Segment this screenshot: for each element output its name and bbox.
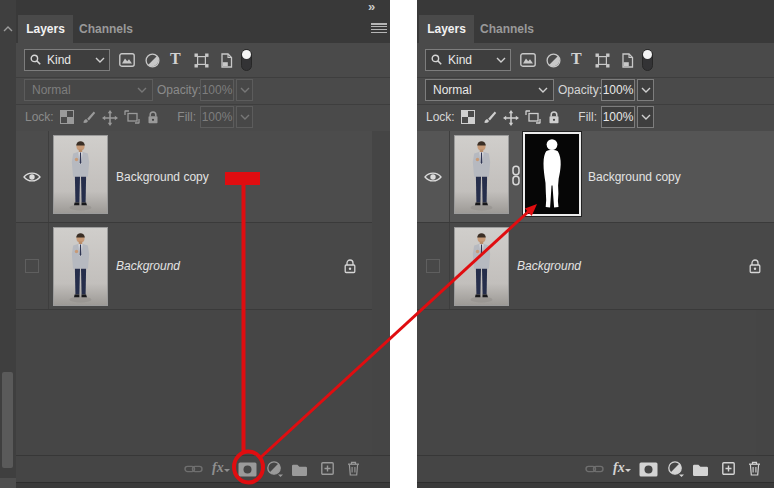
lock-image-pixels-icon[interactable]	[483, 110, 497, 124]
new-group-button[interactable]	[291, 463, 308, 476]
new-adjustment-layer-button[interactable]	[668, 461, 684, 477]
layer-thumbnail[interactable]	[53, 227, 108, 306]
toggle-ball	[643, 50, 652, 59]
new-group-button[interactable]	[692, 463, 709, 476]
opacity-value[interactable]: 100%	[200, 79, 234, 101]
lock-position-icon[interactable]	[503, 110, 519, 126]
visibility-checkbox[interactable]	[25, 259, 39, 273]
layer-thumbnail[interactable]	[454, 135, 509, 214]
filter-row: Kind T	[16, 43, 390, 78]
new-adjustment-layer-button[interactable]	[267, 461, 283, 477]
lock-row: Lock: Fill: 100%	[417, 105, 774, 132]
layer-mask-thumbnail[interactable]	[523, 132, 581, 216]
filtering-toggle[interactable]	[642, 49, 653, 71]
layer-effects-button[interactable]: fx	[613, 460, 625, 476]
add-layer-mask-button[interactable]	[238, 462, 257, 477]
layer-row-background-copy[interactable]: Background copy	[16, 131, 372, 223]
left-dock-gutter	[0, 0, 16, 488]
layers-list: Background copy Background	[417, 131, 774, 455]
panel-menu-icon[interactable]	[371, 23, 387, 35]
scrollbar-thumb[interactable]	[2, 372, 13, 468]
layers-list: Background copy Background	[16, 131, 390, 455]
layer-name[interactable]: Background copy	[588, 131, 681, 222]
filter-pixel-layers-icon[interactable]	[119, 53, 135, 67]
filter-kind-dropdown[interactable]: Kind	[425, 49, 511, 71]
opacity-value[interactable]: 100%	[601, 79, 635, 101]
new-layer-button[interactable]	[722, 462, 735, 475]
lock-artboard-icon[interactable]	[124, 110, 140, 124]
lock-all-icon[interactable]	[147, 110, 159, 125]
layer-name[interactable]: Background copy	[116, 131, 209, 222]
fill-value[interactable]: 100%	[200, 106, 234, 128]
tab-channels[interactable]: Channels	[474, 15, 540, 43]
blend-mode-dropdown[interactable]: Normal	[425, 79, 554, 101]
lock-position-icon[interactable]	[102, 110, 118, 126]
visibility-checkbox[interactable]	[426, 259, 440, 273]
filtering-toggle[interactable]	[241, 49, 252, 71]
panel-tab-bar: Layers Channels	[16, 15, 390, 44]
new-layer-button[interactable]	[321, 462, 334, 475]
delete-layer-button[interactable]	[347, 461, 360, 476]
lock-image-pixels-icon[interactable]	[82, 110, 96, 124]
layer-name[interactable]: Background	[116, 223, 180, 309]
tab-layers[interactable]: Layers	[18, 15, 73, 43]
filter-type-layers-icon[interactable]: T	[571, 50, 582, 68]
tab-layers[interactable]: Layers	[419, 15, 474, 43]
layer-thumbnail[interactable]	[53, 135, 108, 214]
filter-kind-dropdown[interactable]: Kind	[24, 49, 110, 71]
layer-row-background[interactable]: Background	[417, 223, 774, 310]
layers-toolbar: fx	[16, 455, 390, 482]
opacity-dropdown-button[interactable]	[637, 79, 654, 101]
collapse-panel-icon[interactable]	[3, 26, 13, 32]
blend-row: Normal Opacity: 100%	[417, 78, 774, 105]
visibility-column	[417, 131, 450, 222]
filter-smart-objects-icon[interactable]	[621, 53, 634, 68]
filter-type-layers-icon[interactable]: T	[170, 50, 181, 68]
fill-value[interactable]: 100%	[601, 106, 635, 128]
chevron-down-icon	[95, 57, 105, 63]
fill-dropdown-button[interactable]	[637, 106, 654, 128]
fill-dropdown-button[interactable]	[236, 106, 253, 128]
layer-thumbnail[interactable]	[454, 227, 509, 306]
add-layer-mask-button[interactable]	[639, 462, 658, 477]
lock-row: Lock: Fill: 100%	[16, 105, 390, 132]
filter-kind-label: Kind	[47, 50, 71, 70]
link-layers-button[interactable]	[585, 464, 604, 474]
lock-all-icon[interactable]	[548, 110, 560, 125]
layer-row-background-copy[interactable]: Background copy	[417, 131, 774, 223]
chevron-down-icon	[240, 87, 250, 93]
lock-transparent-pixels-icon[interactable]	[60, 110, 74, 124]
layer-row-background[interactable]: Background	[16, 223, 372, 310]
filter-shape-layers-icon[interactable]	[595, 53, 610, 68]
opacity-dropdown-button[interactable]	[236, 79, 253, 101]
delete-layer-button[interactable]	[748, 461, 761, 476]
collapse-to-icons-icon[interactable]: »	[368, 0, 373, 14]
chevron-down-icon	[641, 114, 651, 120]
lock-label: Lock:	[25, 106, 54, 128]
eye-icon[interactable]	[424, 171, 442, 183]
tab-channels[interactable]: Channels	[73, 15, 139, 43]
blend-row: Normal Opacity: 100%	[16, 78, 390, 105]
right-screenshot: Layers Channels Kind T Normal Opacity: 1…	[417, 0, 774, 488]
mask-link-icon[interactable]	[510, 165, 522, 186]
panel-bottom-strip	[417, 482, 774, 488]
filter-shape-layers-icon[interactable]	[194, 53, 209, 68]
layer-locked-icon	[343, 258, 357, 274]
panel-top-strip: »	[16, 0, 390, 15]
link-layers-button[interactable]	[184, 464, 203, 474]
filter-row: Kind T	[417, 43, 774, 78]
left-screenshot: » Layers Channels Kind T Normal	[0, 0, 390, 488]
eye-icon[interactable]	[23, 171, 41, 183]
chevron-down-icon	[240, 114, 250, 120]
layers-panel-before: » Layers Channels Kind T Normal	[16, 0, 390, 488]
filter-pixel-layers-icon[interactable]	[520, 53, 536, 67]
list-edge-strip	[372, 131, 390, 455]
lock-transparent-pixels-icon[interactable]	[461, 110, 475, 124]
filter-adjustment-layers-icon[interactable]	[546, 53, 561, 68]
layer-name[interactable]: Background	[517, 223, 581, 309]
lock-artboard-icon[interactable]	[525, 110, 541, 124]
blend-mode-dropdown[interactable]: Normal	[24, 79, 153, 101]
layer-effects-button[interactable]: fx	[212, 460, 224, 476]
filter-adjustment-layers-icon[interactable]	[145, 53, 160, 68]
filter-smart-objects-icon[interactable]	[220, 53, 233, 68]
